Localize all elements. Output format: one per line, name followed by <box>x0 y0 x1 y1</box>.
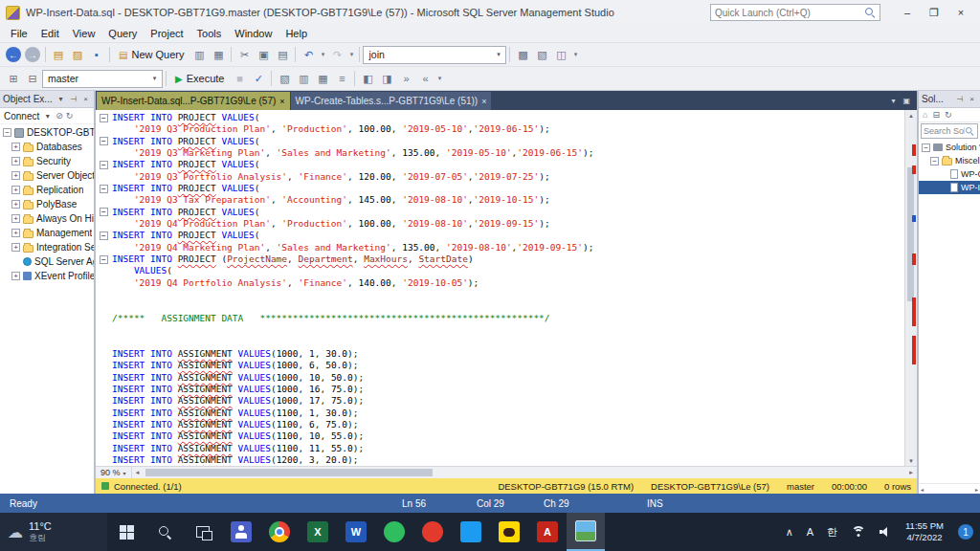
fold-collapse-icon[interactable]: − <box>100 208 108 216</box>
save-icon[interactable]: ▪ <box>87 45 106 64</box>
uncomment-icon[interactable]: ◨ <box>377 69 396 88</box>
taskbar-app-kakaotalk[interactable] <box>490 513 528 551</box>
document-tab-1[interactable]: WP-Insert-Data.sql...P-GBT71G9\Le (57)× <box>97 92 290 110</box>
fold-gutter[interactable]: − <box>96 183 112 194</box>
fold-gutter[interactable]: − <box>96 159 112 170</box>
expand-icon[interactable]: + <box>11 243 20 252</box>
tab-close-icon[interactable]: × <box>279 97 284 106</box>
fold-gutter[interactable]: − <box>96 253 112 265</box>
scroll-right-icon[interactable]: ▸ <box>905 469 917 476</box>
undo-dropdown-icon[interactable]: ▾ <box>318 45 327 64</box>
expand-icon[interactable]: + <box>11 143 20 151</box>
solution-explorer-hscroll[interactable]: ◂ ▸ <box>919 483 980 494</box>
fold-gutter[interactable]: − <box>96 136 112 147</box>
fold-gutter[interactable]: − <box>96 230 112 241</box>
execute-button[interactable]: ▶Execute <box>169 71 230 86</box>
expand-icon[interactable]: + <box>11 272 20 280</box>
menu-edit[interactable]: Edit <box>34 27 66 40</box>
taskbar-app-green[interactable] <box>375 513 413 551</box>
cut-icon[interactable]: ✂ <box>234 45 254 64</box>
taskbar-app-teams[interactable] <box>222 513 260 551</box>
nav-forward-icon[interactable]: → <box>25 47 40 62</box>
minimize-button[interactable]: – <box>894 3 921 22</box>
new-query-button[interactable]: ▤New Query <box>113 47 189 62</box>
horizontal-scroll-track[interactable] <box>144 467 905 478</box>
object-explorer-item-replication[interactable]: +Replication <box>0 183 94 197</box>
clock[interactable]: 11:55 PM 4/7/2022 <box>898 513 951 551</box>
live-stats-icon[interactable]: ▥ <box>294 69 313 88</box>
fold-gutter[interactable]: − <box>96 112 112 123</box>
scroll-left-icon[interactable]: ◂ <box>921 486 924 493</box>
scroll-left-icon[interactable]: ◂ <box>132 469 144 476</box>
taskbar-app-photos[interactable] <box>567 513 605 551</box>
object-explorer-item-integration-services-catalogs[interactable]: +Integration Services Catalogs <box>0 240 94 254</box>
float-window-icon[interactable]: ▣ <box>902 97 910 105</box>
taskbar-search-button[interactable] <box>145 513 184 551</box>
object-explorer-item-polybase[interactable]: +PolyBase <box>0 197 94 211</box>
quick-launch-box[interactable] <box>710 4 880 21</box>
object-explorer-item-desktop-gbt71g9[interactable]: −DESKTOP-GBT71G9 <box>0 125 94 140</box>
object-explorer-item-xevent-profiler[interactable]: +XEvent Profiler <box>0 269 94 283</box>
menu-tools[interactable]: Tools <box>190 27 229 40</box>
fold-collapse-icon[interactable]: − <box>100 185 108 193</box>
object-explorer-item-security[interactable]: +Security <box>0 154 94 168</box>
connect-object-explorer-icon[interactable]: ⊞ <box>4 69 23 88</box>
notification-button[interactable]: 1 <box>951 513 980 551</box>
task-view-button[interactable] <box>184 513 222 551</box>
object-explorer-item-server-objects[interactable]: +Server Objects <box>0 168 94 183</box>
ime-mode-indicator[interactable]: A <box>800 513 820 551</box>
expand-icon[interactable]: + <box>11 214 20 223</box>
redo-dropdown-icon[interactable]: ▾ <box>346 45 356 64</box>
new-project-icon[interactable]: ▤ <box>49 45 68 64</box>
parse-icon[interactable]: ✓ <box>249 69 268 88</box>
fold-collapse-icon[interactable]: − <box>100 114 108 122</box>
hidden-icons-button[interactable]: ∧ <box>779 513 800 551</box>
fold-collapse-icon[interactable]: − <box>100 231 108 240</box>
menu-project[interactable]: Project <box>144 27 189 40</box>
close-button[interactable]: × <box>947 3 974 22</box>
fold-collapse-icon[interactable]: − <box>100 161 108 169</box>
close-panel-icon[interactable]: × <box>967 95 977 103</box>
chevron-down-icon[interactable]: ▾ <box>491 47 505 63</box>
se-home-icon[interactable]: ⌂ <box>923 110 927 120</box>
code-editor[interactable]: −INSERT INTO PROJECT VALUES( '2019 Q3 Pr… <box>96 110 904 466</box>
estimated-plan-icon[interactable]: ▧ <box>275 69 294 88</box>
scrollbar-thumb[interactable] <box>907 167 914 301</box>
network-button[interactable] <box>844 513 873 551</box>
scroll-up-icon[interactable]: ▲ <box>905 110 917 121</box>
volume-button[interactable] <box>873 513 898 551</box>
disconnect-icon[interactable]: ⊘ <box>56 111 63 121</box>
cancel-query-icon[interactable]: ■ <box>230 69 249 88</box>
vertical-scrollbar[interactable]: ▲ ▼ <box>904 110 917 466</box>
object-explorer-item-always-on-high-availability[interactable]: +Always On High Availability <box>0 211 94 226</box>
results-text-icon[interactable]: ≡ <box>332 69 351 88</box>
menu-window[interactable]: Window <box>228 27 278 40</box>
paste-icon[interactable]: ▤ <box>273 45 292 64</box>
nav-back-icon[interactable]: ← <box>6 47 21 62</box>
menu-view[interactable]: View <box>66 27 102 40</box>
taskbar-app-vscode[interactable] <box>452 513 490 551</box>
fold-collapse-icon[interactable]: − <box>100 137 108 145</box>
window-menu-icon[interactable]: ▾ <box>56 95 66 103</box>
solution-explorer-item-wp-insert-data-sql[interactable]: WP-Insert-Data.sql <box>919 181 980 194</box>
taskbar-app-red[interactable] <box>413 513 452 551</box>
available-databases-combobox[interactable]: master▾ <box>42 70 163 88</box>
zoom-dropdown-icon[interactable]: ▾ <box>123 470 126 476</box>
horizontal-scrollbar[interactable]: ◂ ▸ <box>132 467 917 478</box>
comment-icon[interactable]: ◧ <box>358 69 377 88</box>
connect-button[interactable]: Connect <box>4 111 39 121</box>
outdent-icon[interactable]: « <box>415 69 434 88</box>
menu-help[interactable]: Help <box>278 27 314 40</box>
indent-icon[interactable]: » <box>396 69 415 88</box>
connect-dropdown-icon[interactable]: ▾ <box>42 112 53 121</box>
refresh-icon[interactable]: ↻ <box>66 111 74 121</box>
analysis-query-icon[interactable]: ▦ <box>209 45 228 64</box>
se-collapse-all-icon[interactable]: ⊟ <box>932 110 940 120</box>
expand-icon[interactable]: + <box>11 186 20 194</box>
solution-search-box[interactable] <box>921 123 978 139</box>
tab-list-dropdown-icon[interactable]: ▾ <box>891 97 895 105</box>
weather-widget[interactable]: ☁ 11°C 흐림 <box>0 513 107 551</box>
chevron-down-icon[interactable]: ▾ <box>147 71 162 87</box>
database-engine-query-icon[interactable]: ▥ <box>189 45 209 64</box>
expand-icon[interactable]: + <box>11 171 20 180</box>
